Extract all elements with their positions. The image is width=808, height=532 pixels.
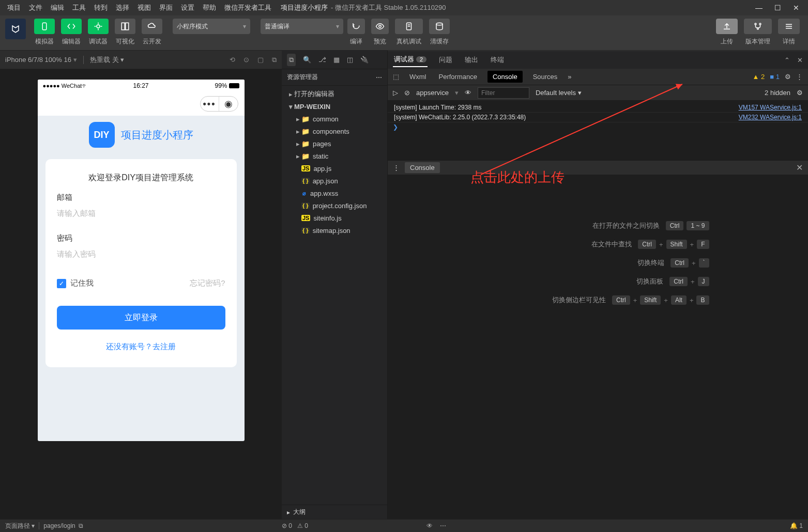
capsule-close-icon[interactable]: ◉	[219, 97, 238, 111]
drawer-close-icon[interactable]: ✕	[796, 163, 803, 173]
menu-文件[interactable]: 文件	[26, 2, 45, 14]
password-input[interactable]: 请输入密码	[57, 247, 225, 267]
play-icon[interactable]: ▷	[393, 89, 398, 97]
hotreload-toggle[interactable]: 热重载 关 ▾	[90, 55, 124, 65]
file-siteinfo.js[interactable]: JSsiteinfo.js	[282, 212, 387, 224]
panel-close-icon[interactable]: ✕	[797, 56, 803, 64]
kebab-icon[interactable]: ⋮	[796, 73, 803, 81]
visual-toggle[interactable]	[115, 19, 135, 34]
hidden-count[interactable]: 2 hidden	[765, 89, 790, 97]
compile-button[interactable]	[347, 19, 365, 34]
file-app.json[interactable]: { }app.json	[282, 175, 387, 187]
status-more-icon[interactable]: ⋯	[440, 522, 446, 529]
notification-bell[interactable]: 🔔 1	[790, 522, 803, 529]
layout-icon[interactable]: ◫	[347, 56, 353, 64]
login-button[interactable]: 立即登录	[57, 306, 225, 330]
minimize-button[interactable]: —	[754, 4, 764, 12]
search-icon[interactable]: 🔍	[303, 56, 311, 64]
folder-components[interactable]: ▸📁components	[282, 125, 387, 137]
levels-select[interactable]: Default levels ▾	[536, 89, 582, 97]
copy-icon[interactable]: ⧉	[79, 522, 83, 529]
preview-button[interactable]	[371, 19, 389, 34]
clear-icon[interactable]: ⊘	[404, 89, 410, 97]
grid-icon[interactable]: ▦	[333, 56, 340, 64]
tab-problems[interactable]: 问题	[438, 53, 453, 67]
capsule-menu-icon[interactable]: •••	[201, 97, 219, 111]
file-app.wxss[interactable]: ⌀app.wxss	[282, 187, 387, 199]
status-eye-icon[interactable]: 👁	[426, 522, 433, 529]
info-count[interactable]: ■ 1	[770, 73, 780, 81]
close-button[interactable]: ✕	[791, 4, 801, 12]
clearcache-button[interactable]	[429, 19, 450, 34]
panel-up-icon[interactable]: ⌃	[784, 56, 790, 64]
error-count[interactable]: ⊘ 0	[282, 522, 292, 529]
upload-button[interactable]	[716, 19, 738, 34]
home-icon[interactable]: ⊙	[243, 56, 249, 64]
context-select[interactable]: appservice	[416, 89, 449, 97]
settings-icon[interactable]: ⚙	[797, 89, 803, 97]
filter-input[interactable]	[478, 87, 529, 99]
file-app.js[interactable]: JSapp.js	[282, 162, 387, 175]
source-link[interactable]: VM232 WAService.js:1	[739, 114, 802, 121]
branch-icon[interactable]: ⎇	[318, 56, 326, 64]
menu-工具[interactable]: 工具	[69, 2, 89, 14]
inspect-icon[interactable]: ⬚	[393, 73, 399, 81]
folder-pages[interactable]: ▸📁pages	[282, 137, 387, 150]
file-project.config.json[interactable]: { }project.config.json	[282, 199, 387, 212]
console-prompt[interactable]: ❯	[388, 122, 808, 132]
register-link[interactable]: 还没有账号？去注册	[57, 342, 225, 352]
vcs-button[interactable]	[744, 19, 772, 34]
tab-debugger[interactable]: 调试器2	[393, 53, 428, 67]
devtab-more-icon[interactable]: »	[568, 73, 571, 81]
source-link[interactable]: VM157 WAService.js:1	[739, 104, 802, 111]
device-select[interactable]: iPhone 6/7/8 100% 16	[5, 56, 71, 64]
drawer-kebab-icon[interactable]: ⋮	[393, 164, 400, 171]
menu-设置[interactable]: 设置	[178, 2, 197, 14]
debugger-toggle[interactable]	[88, 19, 109, 34]
compile-mode-select[interactable]: 普通编译▾	[261, 19, 343, 34]
devtab-performance[interactable]: Performance	[437, 73, 479, 81]
realdevice-button[interactable]	[395, 19, 423, 34]
tab-terminal[interactable]: 终端	[490, 53, 505, 67]
forgot-link[interactable]: 忘记密码?	[190, 278, 225, 288]
plugin-icon[interactable]: 🔌	[360, 56, 369, 64]
drawer-console-tab[interactable]: Console	[405, 162, 440, 173]
mode-select[interactable]: 小程序模式▾	[173, 19, 250, 34]
pagepath-label[interactable]: 页面路径 ▾	[5, 522, 35, 530]
devtab-wxml[interactable]: Wxml	[407, 73, 429, 81]
editor-toggle[interactable]	[61, 19, 82, 34]
files-icon[interactable]: ⧉	[287, 54, 296, 66]
menu-编辑[interactable]: 编辑	[48, 2, 67, 14]
tab-output[interactable]: 输出	[464, 53, 479, 67]
project-root[interactable]: ▾MP-WEIXIN	[282, 100, 387, 113]
maximize-button[interactable]: ☐	[773, 4, 782, 12]
menu-微信开发者工具[interactable]: 微信开发者工具	[221, 2, 275, 14]
popout-icon[interactable]: ⧉	[272, 56, 277, 64]
outline-section[interactable]: ▸大纲	[282, 505, 387, 519]
file-sitemap.json[interactable]: { }sitemap.json	[282, 224, 387, 237]
refresh-icon[interactable]: ⟲	[230, 56, 235, 64]
email-input[interactable]: 请输入邮箱	[57, 207, 225, 226]
simulator-toggle[interactable]	[34, 19, 55, 34]
remember-checkbox[interactable]: ✓记住我	[57, 278, 94, 288]
details-button[interactable]	[778, 19, 800, 34]
device-icon[interactable]: ▢	[257, 56, 264, 64]
wechat-logo-icon[interactable]	[5, 19, 26, 39]
menu-视图[interactable]: 视图	[134, 2, 154, 14]
eye-icon[interactable]: 👁	[465, 89, 471, 97]
devtab-sources[interactable]: Sources	[531, 73, 560, 81]
warning-count[interactable]: ▲ 2	[753, 73, 765, 81]
warning-count-status[interactable]: ⚠ 0	[297, 522, 308, 529]
folder-static[interactable]: ▸📁static	[282, 150, 387, 162]
menu-帮助[interactable]: 帮助	[200, 2, 219, 14]
pagepath-value[interactable]: pages/login	[43, 522, 75, 529]
menu-转到[interactable]: 转到	[91, 2, 111, 14]
menu-项目[interactable]: 项目	[4, 2, 24, 14]
devtab-console[interactable]: Console	[487, 71, 523, 83]
folder-common[interactable]: ▸📁common	[282, 113, 387, 125]
open-editors-section[interactable]: ▸打开的编辑器	[282, 88, 387, 100]
menu-选择[interactable]: 选择	[113, 2, 132, 14]
menu-界面[interactable]: 界面	[156, 2, 176, 14]
cloud-toggle[interactable]	[142, 19, 162, 34]
gear-icon[interactable]: ⚙	[785, 73, 791, 81]
